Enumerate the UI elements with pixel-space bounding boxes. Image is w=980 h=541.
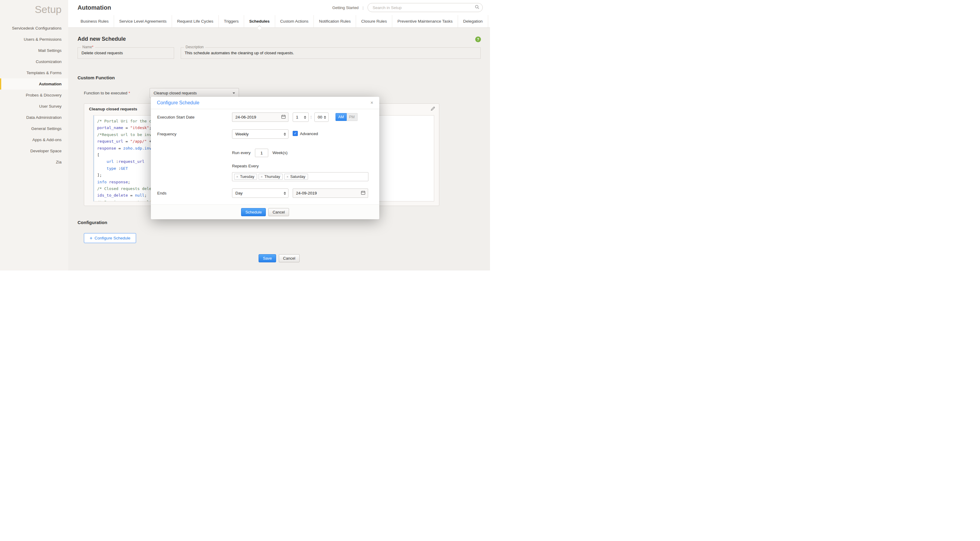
frequency-select[interactable]: Weekly — [232, 129, 288, 139]
setup-search-box[interactable] — [368, 3, 483, 12]
tab-business-rules[interactable]: Business Rules — [75, 15, 114, 27]
tab-service-level-agreements[interactable]: Service Level Agreements — [114, 15, 172, 27]
start-date-value: 24-06-2019 — [232, 113, 288, 122]
day-tag-thursday[interactable]: ×Thursday — [259, 174, 283, 180]
repeats-every-label: Repeats Every — [232, 164, 259, 168]
sidebar-item-zia[interactable]: Zia — [0, 157, 68, 168]
day-tag-tuesday[interactable]: ×Tuesday — [234, 174, 257, 180]
sidebar-item-label: Servicedesk Configurations — [12, 26, 62, 30]
start-date-field[interactable]: 24-06-2019 — [232, 113, 288, 122]
search-input[interactable] — [372, 5, 475, 10]
sidebar-item-users-permissions[interactable]: Users & Permissions — [0, 34, 68, 45]
tab-label: Custom Actions — [280, 19, 309, 24]
sidebar-nav: Servicedesk ConfigurationsUsers & Permis… — [0, 22, 68, 168]
hour-stepper[interactable]: 1 — [293, 113, 309, 122]
tab-label: Delegation — [463, 19, 483, 24]
tab-notification-rules[interactable]: Notification Rules — [314, 15, 356, 27]
stepper-arrows-icon[interactable] — [304, 116, 306, 119]
remove-day-icon[interactable]: × — [286, 175, 288, 179]
sidebar-item-apps-add-ons[interactable]: Apps & Add-ons — [0, 134, 68, 145]
ends-date-value: 24-09-2019 — [293, 189, 368, 198]
edit-pencil-icon[interactable] — [431, 106, 435, 112]
sidebar-item-automation[interactable]: Automation — [0, 78, 68, 90]
ends-date-field[interactable]: 24-09-2019 — [293, 189, 368, 198]
top-bar: Automation Getting Started | — [68, 0, 490, 15]
sidebar-item-label: Apps & Add-ons — [32, 138, 62, 142]
sidebar-item-customization[interactable]: Customization — [0, 56, 68, 67]
cancel-button[interactable]: Cancel — [279, 254, 299, 262]
calendar-icon[interactable] — [361, 190, 365, 196]
modal-cancel-button[interactable]: Cancel — [268, 208, 289, 216]
tab-custom-actions[interactable]: Custom Actions — [275, 15, 314, 27]
name-field[interactable]: Name* Delete closed requests — [78, 48, 174, 59]
sidebar-item-developer-space[interactable]: Developer Space — [0, 145, 68, 157]
sidebar-item-label: Mail Settings — [38, 48, 62, 53]
search-icon[interactable] — [475, 5, 479, 11]
ends-label: Ends — [157, 191, 167, 195]
tab-delegation[interactable]: Delegation — [458, 15, 488, 27]
ampm-toggle: AM PM — [336, 113, 358, 121]
tab-label: Service Level Agreements — [119, 19, 167, 24]
run-every-unit: Week(s) — [272, 151, 288, 155]
sidebar-item-label: Automation — [39, 82, 62, 86]
run-every-input[interactable] — [255, 149, 268, 157]
minute-stepper[interactable]: 00 — [314, 113, 329, 122]
sidebar-item-data-administration[interactable]: Data Administration — [0, 112, 68, 123]
save-button[interactable]: Save — [259, 254, 276, 262]
configuration-heading: Configuration — [78, 220, 107, 225]
am-toggle[interactable]: AM — [336, 113, 347, 121]
stepper-arrows-icon[interactable] — [324, 116, 326, 119]
sidebar-item-servicedesk-configurations[interactable]: Servicedesk Configurations — [0, 22, 68, 34]
tab-label: Request Life Cycles — [177, 19, 213, 24]
execution-start-date-label: Execution Start Date — [157, 115, 195, 119]
tab-label: Schedules — [249, 19, 270, 24]
setup-sidebar: Setup Servicedesk ConfigurationsUsers & … — [0, 0, 68, 271]
configure-schedule-button[interactable]: + Configure Schedule — [84, 233, 136, 243]
tab-more[interactable]: ... — [488, 15, 490, 27]
tabs-bar: Business RulesService Level AgreementsRe… — [68, 15, 490, 28]
tab-label: Notification Rules — [319, 19, 351, 24]
name-value[interactable]: Delete closed requests — [78, 48, 174, 59]
configure-schedule-label: Configure Schedule — [94, 236, 130, 240]
remove-day-icon[interactable]: × — [261, 175, 262, 179]
repeat-days-field[interactable]: ×Tuesday×Thursday×Saturday — [232, 172, 368, 181]
sidebar-item-label: Templates & Forms — [27, 71, 62, 75]
close-icon[interactable]: × — [371, 100, 373, 105]
frequency-value: Weekly — [232, 130, 288, 138]
minute-value: 00 — [315, 113, 328, 122]
tab-request-life-cycles[interactable]: Request Life Cycles — [172, 15, 219, 27]
getting-started-link[interactable]: Getting Started — [332, 5, 358, 10]
page-title: Add new Schedule — [78, 36, 126, 42]
sidebar-item-general-settings[interactable]: General Settings — [0, 123, 68, 134]
tab-schedules[interactable]: Schedules — [244, 15, 275, 27]
ends-type-value: Day — [232, 189, 288, 198]
ends-type-select[interactable]: Day — [232, 189, 288, 198]
function-to-execute-label: Function to be executed * — [84, 91, 130, 95]
sidebar-item-user-survey[interactable]: User Survey — [0, 101, 68, 112]
sidebar-item-mail-settings[interactable]: Mail Settings — [0, 45, 68, 56]
sidebar-item-probes-discovery[interactable]: Probes & Discovery — [0, 90, 68, 101]
description-value[interactable]: This schedule automates the cleaning up … — [181, 48, 480, 59]
help-icon[interactable]: ? — [475, 36, 481, 42]
sidebar-item-templates-forms[interactable]: Templates & Forms — [0, 67, 68, 78]
plus-icon: + — [90, 236, 92, 241]
tab-triggers[interactable]: Triggers — [219, 15, 244, 27]
schedule-button[interactable]: Schedule — [241, 208, 266, 216]
sidebar-item-label: Developer Space — [30, 149, 62, 153]
pm-toggle[interactable]: PM — [347, 113, 358, 121]
advanced-checkbox[interactable]: ✓ — [293, 131, 298, 136]
remove-day-icon[interactable]: × — [236, 175, 238, 179]
tab-label: Closure Rules — [361, 19, 387, 24]
day-tag-saturday[interactable]: ×Saturday — [284, 174, 308, 180]
sidebar-item-label: Customization — [36, 59, 62, 64]
tab-closure-rules[interactable]: Closure Rules — [356, 15, 392, 27]
required-asterisk: * — [129, 91, 130, 95]
tab-label: Preventive Maintenance Tasks — [398, 19, 453, 24]
description-field[interactable]: Description This schedule automates the … — [181, 48, 480, 59]
calendar-icon[interactable] — [281, 114, 286, 120]
chevron-down-icon — [232, 92, 235, 94]
advanced-label: Advanced — [300, 132, 318, 136]
tab-label: Triggers — [224, 19, 239, 24]
tab-preventive-maintenance-tasks[interactable]: Preventive Maintenance Tasks — [392, 15, 458, 27]
modal-header: Configure Schedule × — [151, 97, 379, 109]
